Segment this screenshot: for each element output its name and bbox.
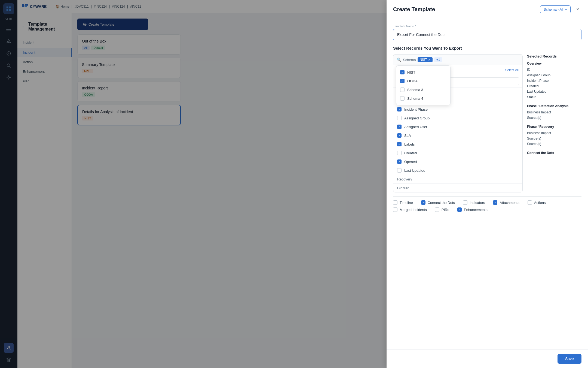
label-connect-dots: Connect the Dots — [428, 201, 455, 205]
template-name-input[interactable] — [393, 29, 581, 40]
selected-item-sources-2: Source(s) — [527, 136, 581, 141]
selected-section-recovery: Phase / Recovery Business Impact Source(… — [527, 125, 581, 147]
check-indicators: Indicators — [463, 200, 485, 205]
check-connect-dots: ✓ Connect the Dots — [421, 200, 455, 205]
schema-tag-nist[interactable]: NIST ✕ — [418, 57, 433, 62]
check-enhancements: ✓ Enhancements — [457, 207, 488, 212]
phase-header-recovery[interactable]: Recovery — [393, 175, 522, 183]
checkbox-created[interactable] — [397, 151, 402, 155]
schema-dropdown[interactable]: Schema - All ▾ — [540, 5, 571, 13]
selected-section-detection: Phase / Detection Analysis Business Impa… — [527, 104, 581, 120]
phase-name-recovery: Recovery — [397, 177, 412, 181]
schema-option-4[interactable]: Schema 4 — [396, 94, 450, 103]
schema-tag-plus[interactable]: +1 — [434, 57, 442, 62]
modal-close-button[interactable]: × — [574, 6, 581, 13]
schema-4-label: Schema 4 — [407, 96, 423, 101]
schema-3-label: Schema 3 — [407, 88, 423, 92]
modal-header: Create Template Schema - All ▾ × — [387, 0, 588, 19]
field-item-sla: ✓ SLA — [393, 131, 522, 140]
field-item-incident-phase: ✓ Incident Phase — [393, 105, 522, 114]
records-right-panel: Selected Records Overview ID Assigned Gr… — [527, 54, 581, 192]
modal-header-right: Schema - All ▾ × — [540, 5, 581, 13]
checkbox-schema3[interactable] — [400, 88, 405, 92]
checkbox-connect-dots[interactable]: ✓ — [421, 200, 425, 205]
schema-option-3[interactable]: Schema 3 — [396, 85, 450, 94]
tag-close-icon[interactable]: ✕ — [428, 58, 430, 61]
selected-section-overview: Overview ID Assigned Group Incident Phas… — [527, 62, 581, 100]
records-left-panel: 🔍 Schema NIST ✕ +1 ✓ NIST — [393, 54, 523, 192]
label-attachments: Attachments — [500, 201, 519, 205]
checkbox-indicators[interactable] — [463, 200, 467, 205]
selected-item-last-updated: Last Updated — [527, 89, 581, 94]
select-all-link[interactable]: Select All — [505, 68, 519, 72]
schema-option-ooda[interactable]: ✓ OODA — [396, 77, 450, 85]
field-label-last-updated: Last Updated — [404, 168, 425, 173]
field-item-labels: ✓ Labels — [393, 140, 522, 149]
create-template-modal: Create Template Schema - All ▾ × Templat… — [387, 0, 588, 368]
recovery-section-title: Phase / Recovery — [527, 125, 581, 129]
selected-item-business-impact-2: Business Impact — [527, 130, 581, 136]
selected-item-assigned-group: Assigned Group — [527, 73, 581, 78]
checkbox-schema4[interactable] — [400, 96, 405, 101]
selected-item-incident-phase: Incident Phase — [527, 78, 581, 83]
field-label-opened: Opened — [404, 160, 417, 164]
schema-ooda-label: OODA — [407, 79, 418, 83]
template-name-label: Template Name * — [393, 25, 581, 28]
selected-item-sources-3: Source(s) — [527, 141, 581, 147]
label-pirs: PIRs — [442, 208, 449, 212]
checkbox-ooda[interactable]: ✓ — [400, 79, 405, 83]
check-merged-incidents: Merged Incidents — [393, 207, 427, 212]
select-records-title: Select Records You Want To Export — [393, 46, 581, 50]
schema-filter-row: 🔍 Schema NIST ✕ +1 ✓ NIST — [393, 55, 522, 65]
checkbox-incident-phase[interactable]: ✓ — [397, 107, 402, 111]
label-enhancements: Enhancements — [464, 208, 488, 212]
detection-section-title: Phase / Detection Analysis — [527, 104, 581, 108]
checkbox-last-updated[interactable] — [397, 168, 402, 173]
selected-section-connect-dots: Connect the Dots — [527, 151, 581, 155]
check-timeline: Timeline — [393, 200, 413, 205]
phase-header-closure[interactable]: Closure — [393, 184, 522, 192]
modal-overlay: Create Template Schema - All ▾ × Templat… — [0, 0, 588, 368]
modal-footer: Save — [387, 349, 588, 368]
checkbox-assigned-group[interactable] — [397, 116, 402, 120]
checkbox-opened[interactable]: ✓ — [397, 159, 402, 164]
checkbox-nist[interactable]: ✓ — [400, 70, 405, 74]
checkbox-attachments[interactable]: ✓ — [493, 200, 497, 205]
save-button[interactable]: Save — [558, 354, 581, 364]
bottom-checks: Timeline ✓ Connect the Dots Indicators ✓… — [393, 196, 581, 216]
field-label-assigned-user: Assigned User — [404, 125, 427, 129]
checkbox-enhancements[interactable]: ✓ — [457, 207, 462, 212]
selected-records-title: Selected Records — [527, 54, 581, 58]
schema-label: Schema — [403, 58, 416, 62]
field-item-assigned-user: ✓ Assigned User — [393, 122, 522, 131]
template-name-group: Template Name * — [393, 25, 581, 40]
checkbox-sla[interactable]: ✓ — [397, 133, 402, 138]
checkbox-pirs[interactable] — [435, 207, 439, 212]
overview-section-title: Overview — [527, 62, 581, 65]
field-label-labels: Labels — [404, 142, 415, 146]
field-item-opened: ✓ Opened — [393, 157, 522, 166]
field-item-created: Created — [393, 149, 522, 157]
checkbox-actions[interactable] — [528, 200, 532, 205]
checkbox-labels[interactable]: ✓ — [397, 142, 402, 146]
phase-section-recovery: Recovery — [393, 175, 522, 183]
label-indicators: Indicators — [470, 201, 485, 205]
schema-popup: ✓ NIST ✓ OODA Schema 3 — [396, 65, 451, 105]
checkbox-assigned-user[interactable]: ✓ — [397, 125, 402, 129]
check-attachments: ✓ Attachments — [493, 200, 519, 205]
selected-item-sources-1: Source(s) — [527, 115, 581, 120]
selected-item-status: Status — [527, 94, 581, 100]
checkbox-merged-incidents[interactable] — [393, 207, 397, 212]
label-timeline: Timeline — [400, 201, 413, 205]
phase-section-closure: Closure — [393, 183, 522, 192]
chevron-down-icon: ▾ — [565, 7, 567, 11]
check-pirs: PIRs — [435, 207, 449, 212]
label-actions: Actions — [534, 201, 546, 205]
label-merged-incidents: Merged Incidents — [400, 208, 427, 212]
selected-item-created: Created — [527, 83, 581, 89]
checkbox-timeline[interactable] — [393, 200, 397, 205]
check-actions: Actions — [528, 200, 546, 205]
field-label-incident-phase: Incident Phase — [404, 107, 428, 111]
schema-option-nist[interactable]: ✓ NIST — [396, 68, 450, 77]
selected-item-id: ID — [527, 67, 581, 73]
